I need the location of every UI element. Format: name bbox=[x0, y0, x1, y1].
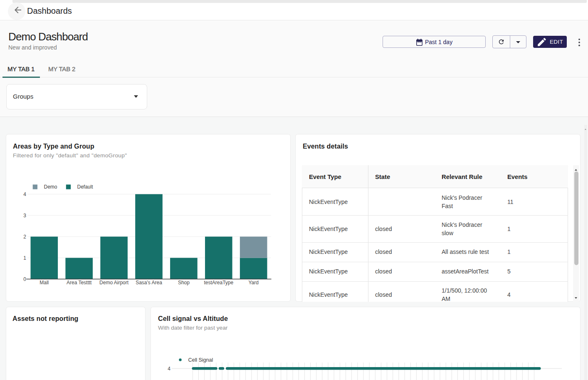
svg-text:Sasa's Area: Sasa's Area bbox=[136, 280, 162, 286]
svg-text:3: 3 bbox=[23, 213, 26, 219]
svg-text:Demo: Demo bbox=[44, 184, 57, 190]
svg-text:Cell Signal: Cell Signal bbox=[188, 357, 213, 363]
svg-text:1: 1 bbox=[23, 255, 26, 261]
svg-text:Area Testttt: Area Testttt bbox=[67, 280, 92, 286]
svg-text:0: 0 bbox=[23, 276, 26, 282]
svg-text:4: 4 bbox=[23, 191, 26, 197]
svg-text:2: 2 bbox=[23, 234, 26, 240]
svg-text:Demo Airport: Demo Airport bbox=[99, 280, 129, 286]
svg-text:4: 4 bbox=[168, 366, 170, 372]
svg-text:Default: Default bbox=[77, 184, 94, 190]
svg-text:Yard: Yard bbox=[248, 280, 258, 286]
svg-text:Mall: Mall bbox=[40, 280, 49, 286]
svg-text:testAreaType: testAreaType bbox=[204, 280, 233, 286]
svg-text:Shop: Shop bbox=[178, 280, 190, 286]
